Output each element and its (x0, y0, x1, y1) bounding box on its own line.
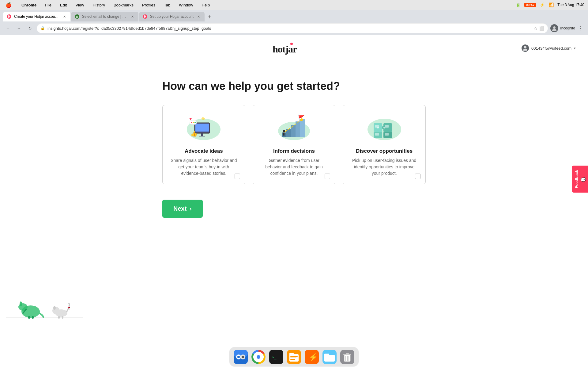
card-title-advocate: Advocate ideas (170, 148, 238, 154)
svg-point-57 (53, 306, 56, 310)
tab-close-2[interactable]: ✕ (130, 14, 135, 19)
apple-menu[interactable]: 🍎 (4, 2, 13, 9)
incognito-avatar[interactable] (550, 24, 558, 32)
card-illustration-discover (350, 113, 418, 143)
incognito-label: Incognito (560, 26, 575, 30)
dock-icon-bolt[interactable]: ⚡ (304, 349, 319, 365)
dock-icon-folder[interactable] (322, 349, 337, 365)
app-name[interactable]: Chrome (20, 2, 38, 8)
next-button[interactable]: Next › (162, 200, 203, 218)
profiles-menu[interactable]: Profiles (140, 2, 157, 8)
svg-text:H: H (8, 15, 10, 18)
edit-menu[interactable]: Edit (58, 2, 69, 8)
clock: Tue 3 Aug 17:40 (557, 3, 584, 7)
card-checkbox-discover[interactable] (415, 174, 420, 179)
dock-icon-terminal[interactable]: >_ (269, 349, 284, 365)
main-content: How can we help you get started? (156, 61, 432, 230)
url-bar-icons: ☆ ⬜ (534, 26, 544, 31)
hotjar-logo: hotjar (273, 41, 315, 55)
back-button[interactable]: ← (4, 24, 12, 33)
svg-text:>_: >_ (272, 355, 277, 359)
tab-title-2: Select email to change | Djang... (82, 14, 127, 19)
svg-text:H: H (144, 15, 146, 18)
bookmarks-menu[interactable]: Bookmarks (112, 2, 135, 8)
url-bar[interactable]: 🔒 insights.hotjar.com/register?c=da35c33… (37, 23, 548, 33)
new-tab-button[interactable]: ＋ (205, 12, 214, 21)
card-description-discover: Pick up on user-facing issues and identi… (350, 157, 418, 177)
tab-bar: H Create your Hotjar account - H... ✕ D … (0, 10, 588, 21)
svg-rect-47 (385, 133, 389, 136)
svg-rect-44 (375, 125, 379, 128)
svg-rect-45 (385, 125, 389, 128)
dock-icon-trash[interactable] (340, 349, 355, 365)
svg-text:🍷: 🍷 (66, 305, 72, 311)
svg-rect-76 (290, 356, 298, 357)
svg-text:👍: 👍 (190, 130, 198, 137)
tab-setup-hotjar[interactable]: H Set up your Hotjar account ✕ (139, 12, 205, 21)
card-discover-opportunities[interactable]: Discover opportunities Pick up on user-f… (343, 105, 426, 184)
svg-text:⚡: ⚡ (309, 353, 318, 362)
lock-icon: 🔒 (40, 26, 45, 30)
svg-rect-75 (289, 353, 294, 355)
svg-text:☺: ☺ (201, 116, 205, 121)
svg-point-18 (191, 122, 192, 123)
user-email: 001434f5@uifeed.com (531, 46, 571, 51)
next-arrow-icon: › (190, 205, 192, 212)
hotjar-header: hotjar 001434f5@uifeed.com ▾ (0, 35, 588, 61)
feedback-label: Feedback (574, 170, 579, 188)
page-content: hotjar 001434f5@uifeed.com ▾ How can we … (0, 35, 588, 350)
svg-point-51 (20, 301, 22, 306)
svg-rect-14 (195, 124, 209, 132)
window-menu[interactable]: Window (177, 2, 195, 8)
card-advocate-ideas[interactable]: ♥ ☺ 👍 Advocate ideas Share signals of us… (162, 105, 245, 184)
menu-bar-right: 🔋 00:47 ⚡ 📶 Tue 3 Aug 17:40 (516, 2, 584, 7)
svg-point-33 (283, 130, 285, 132)
svg-rect-77 (290, 358, 296, 358)
tab-menu[interactable]: Tab (162, 2, 172, 8)
mac-dock: >_ ⚡ (229, 347, 359, 367)
user-dropdown-icon[interactable]: ▾ (574, 46, 576, 50)
view-menu[interactable]: View (74, 2, 86, 8)
bookmark-star-icon[interactable]: ☆ (534, 26, 537, 31)
card-illustration-advocate: ♥ ☺ 👍 (170, 113, 238, 143)
forward-button[interactable]: → (15, 24, 23, 33)
card-checkbox-inform[interactable] (325, 174, 330, 179)
feedback-tab[interactable]: Feedback 💬 (572, 166, 588, 193)
browser-menu-icon[interactable]: ⋮ (577, 24, 584, 33)
tab-create-hotjar[interactable]: H Create your Hotjar account - H... ✕ (3, 12, 70, 21)
bolt-icon: ⚡ (540, 2, 545, 7)
dock-icon-chrome[interactable] (251, 349, 266, 365)
svg-text:hotjar: hotjar (273, 44, 297, 55)
battery-time: 00:47 (524, 3, 536, 7)
dock-icon-files[interactable] (286, 349, 302, 365)
card-description-inform: Gather evidence from user behavior and f… (260, 157, 328, 177)
svg-rect-46 (375, 133, 379, 136)
tab-title-1: Create your Hotjar account - H... (14, 14, 59, 19)
svg-point-20 (194, 122, 196, 123)
tab-favicon-1: H (7, 14, 12, 19)
file-menu[interactable]: File (43, 2, 53, 8)
tab-favicon-2: D (75, 14, 80, 19)
card-inform-decisions[interactable]: 🚩 Inform decisions Gather evidence from … (253, 105, 336, 184)
reload-button[interactable]: ↻ (26, 24, 34, 33)
page-title: How can we help you get started? (162, 80, 426, 93)
svg-rect-53 (32, 316, 34, 319)
battery-icon: 🔋 (516, 3, 521, 7)
wifi-icon: 📶 (548, 2, 554, 7)
tab-django[interactable]: D Select email to change | Djang... ✕ (71, 12, 138, 21)
svg-point-65 (237, 356, 240, 358)
card-checkbox-advocate[interactable] (235, 174, 240, 179)
dock-icon-finder[interactable] (233, 349, 248, 365)
address-bar: ← → ↻ 🔒 insights.hotjar.com/register?c=d… (0, 21, 588, 35)
tab-close-3[interactable]: ✕ (196, 14, 201, 19)
card-description-advocate: Share signals of user behavior and get y… (170, 157, 238, 177)
card-illustration-inform: 🚩 (260, 113, 328, 143)
tab-favicon-3: H (143, 14, 148, 19)
tab-close-1[interactable]: ✕ (62, 14, 67, 19)
svg-rect-78 (290, 359, 295, 360)
extension-icon[interactable]: ⬜ (539, 26, 544, 31)
svg-rect-28 (296, 121, 300, 137)
history-menu[interactable]: History (91, 2, 107, 8)
help-menu[interactable]: Help (200, 2, 212, 8)
tab-title-3: Set up your Hotjar account (150, 14, 194, 19)
